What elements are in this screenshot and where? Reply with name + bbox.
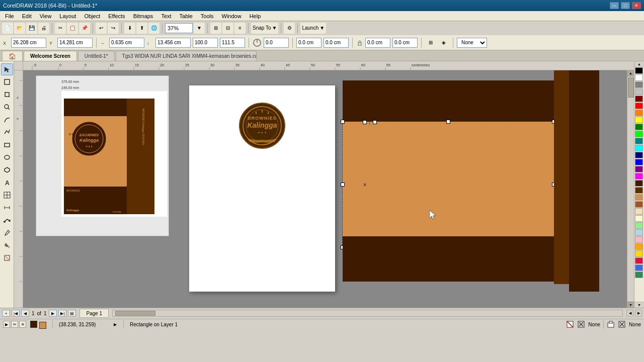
menu-edit[interactable]: Edit [18,11,36,21]
angle-input[interactable] [264,38,289,48]
scrollbar-v-down[interactable]: ▼ [627,302,634,308]
menu-bitmaps[interactable]: Bitmaps [129,11,157,21]
color-cell-19[interactable] [635,201,643,208]
scrollbar-h-expand[interactable]: ◀ [626,310,633,317]
color-cell-15[interactable] [635,173,643,179]
add-page-btn[interactable]: + [2,310,10,317]
page-first-btn[interactable]: |◀ [12,310,20,317]
color-cell-29[interactable] [635,272,643,278]
color-cell-13[interactable] [635,159,643,165]
color-cell-3[interactable] [635,88,643,95]
move-y-input[interactable] [392,38,418,48]
menu-file[interactable]: File [1,11,18,21]
page-next-btn[interactable]: ▶ [49,310,57,317]
copy-btn[interactable]: 📋 [67,23,78,34]
color-cell-23[interactable] [635,229,643,236]
color-cell-0[interactable] [635,67,643,74]
launch-btn[interactable]: Launch ▼ [300,23,326,34]
color-cell-7[interactable] [635,117,643,123]
menu-object[interactable]: Object [80,11,104,21]
palette-scroll-down[interactable]: ▼ [634,302,644,308]
canvas-content[interactable]: 375.00 mm 245.00 mm [23,70,634,308]
color-cell-11[interactable] [635,145,643,151]
close-btn[interactable]: ✕ [632,2,641,9]
connector-tool[interactable] [1,214,13,226]
color-cell-24[interactable] [635,236,643,243]
transform-btn[interactable]: ⊞ [425,37,436,48]
eyedropper-tool[interactable] [1,227,13,239]
color-cell-16[interactable] [635,180,643,187]
pencil-btn[interactable]: ✏ [11,321,18,328]
color-cell-14[interactable] [635,166,643,172]
color-cell-5[interactable] [635,103,643,109]
smart-draw-tool[interactable] [1,126,13,138]
scrollbar-vertical[interactable]: ▲ ▼ [627,70,634,308]
import-btn[interactable]: ⬇ [124,23,135,34]
ellipse-tool[interactable] [1,151,13,163]
width-input[interactable] [109,38,144,48]
crop-tool[interactable] [1,88,13,101]
x-coord-input[interactable] [11,38,46,48]
none-dropdown[interactable]: None [457,38,487,48]
coords-expand[interactable]: ▶ [113,321,117,328]
zoom-input[interactable] [165,23,193,33]
restore-btn[interactable]: □ [621,2,630,9]
tan-center-selected[interactable]: ✕ | | [343,122,554,247]
tab-untitled[interactable]: Untitled-1* [78,51,115,61]
parallel-dim-tool[interactable] [1,202,13,214]
color-cell-25[interactable] [635,243,643,250]
color-cell-21[interactable] [635,215,643,222]
save-btn[interactable]: 💾 [26,23,37,34]
shape-tool[interactable] [1,76,13,88]
scrollbar-h-expand2[interactable]: ▶ [635,310,642,317]
handle-ml[interactable] [341,183,345,187]
freehand-tool[interactable] [1,114,13,126]
interactive-fill-tool[interactable] [1,252,13,264]
cut-btn[interactable]: ✂ [55,23,66,34]
menu-tools[interactable]: Tools [197,11,218,21]
color-cell-6[interactable] [635,110,643,116]
color-cell-26[interactable] [635,250,643,257]
scale-h-input[interactable] [220,38,245,48]
move-x-input[interactable] [365,38,390,48]
new-btn[interactable]: 📄 [2,23,13,34]
color-cell-4[interactable] [635,96,643,102]
color-cell-12[interactable] [635,152,643,158]
export-btn[interactable]: ⬆ [136,23,147,34]
page-prev-btn[interactable]: ◀ [21,310,29,317]
open-btn[interactable]: 📂 [14,23,25,34]
zoom-dropdown[interactable]: ▼ [194,23,205,34]
polygon-tool[interactable] [1,164,13,176]
color-cell-10[interactable] [635,138,643,144]
fill-swatch[interactable] [30,321,37,328]
scrollbar-horizontal[interactable] [112,310,623,317]
color-cell-20[interactable] [635,208,643,215]
menu-layout[interactable]: Layout [55,11,80,21]
scrollbar-v-up[interactable]: ▲ [627,70,634,76]
color-cell-1[interactable] [635,74,643,81]
align-center-btn[interactable]: ⊟ [222,23,233,34]
redo-btn[interactable]: ↪ [108,23,119,34]
scrollbar-h-thumb[interactable] [115,311,155,316]
color-cell-17[interactable] [635,187,643,194]
undo-btn[interactable]: ↩ [96,23,107,34]
menu-view[interactable]: View [36,11,56,21]
color-cell-18[interactable] [635,194,643,201]
height-input[interactable] [155,38,191,48]
scrollbar-v-thumb[interactable] [628,77,634,98]
handle-tm[interactable] [446,120,450,124]
minimize-btn[interactable]: ─ [610,2,619,9]
page-list-btn[interactable]: ▤ [68,310,76,317]
rect-tool[interactable] [1,139,13,151]
fill-tool[interactable] [1,239,13,251]
pos-x-input[interactable] [296,38,321,48]
text-tool[interactable]: A [1,176,13,189]
stroke-swatch[interactable] [39,322,46,329]
color-cell-27[interactable] [635,257,643,264]
menu-help[interactable]: Help [246,11,265,21]
paste-btn[interactable]: 📌 [79,23,90,34]
select-tool[interactable] [1,63,13,75]
print-btn[interactable]: 🖨 [38,23,49,34]
color-cell-9[interactable] [635,131,643,137]
color-cell-22[interactable] [635,222,643,229]
